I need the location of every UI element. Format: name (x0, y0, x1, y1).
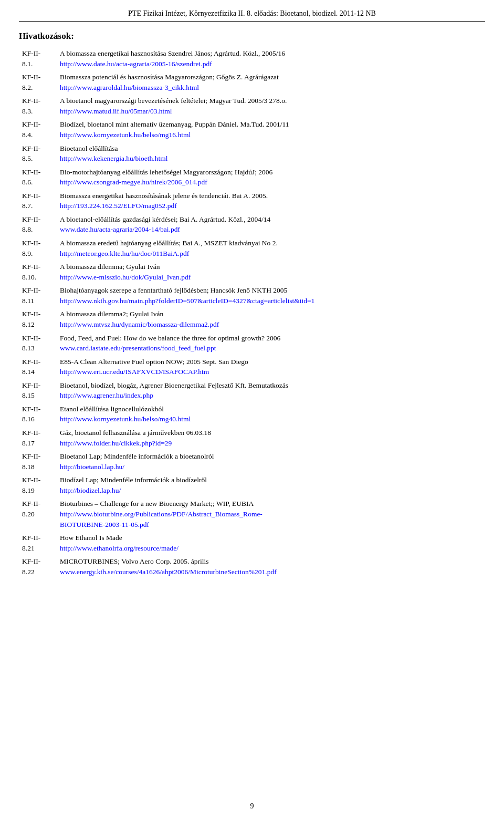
ref-id: KF-II- 8.17 (19, 426, 57, 450)
table-row: KF-II- 8.8.A bioetanol-előállítás gazdas… (19, 213, 485, 236)
ref-link[interactable]: www.date.hu/acta-agraria/2004-14/bai.pdf (60, 225, 180, 233)
table-row: KF-II- 8.5.Bioetanol előállításahttp://w… (19, 142, 485, 165)
ref-link[interactable]: www.energy.kth.se/courses/4a1626/ahpt200… (60, 568, 277, 576)
ref-id: KF-II- 8.4. (19, 118, 57, 141)
ref-id: KF-II- 8.10. (19, 260, 57, 284)
ref-id: KF-II- 8.14 (19, 355, 57, 379)
header-text: PTE Fizikai Intézet, Környezetfizika II.… (128, 9, 376, 17)
ref-id: KF-II- 8.11 (19, 284, 57, 307)
ref-content: A biomassza eredetű hajtóanyag előállítá… (57, 236, 485, 260)
ref-id: KF-II- 8.2. (19, 70, 57, 94)
ref-content: Bioetanol előállításahttp://www.kekenerg… (57, 142, 485, 165)
ref-link-cont[interactable]: &iid=1 (294, 297, 314, 305)
table-row: KF-II- 8.15Bioetanol, biodízel, biogáz, … (19, 379, 485, 402)
ref-link[interactable]: http://www.ethanolrfa.org/resource/made/ (60, 544, 178, 552)
table-row: KF-II- 8.16Etanol előállítása lignocellu… (19, 402, 485, 426)
table-row: KF-II- 8.7.Biomassza energetikai hasznos… (19, 189, 485, 213)
ref-id: KF-II- 8.22 (19, 555, 57, 578)
ref-link[interactable]: http://www.csongrad-megye.hu/hirek/2006_… (60, 178, 207, 186)
table-row: KF-II- 8.6.Bio-motorhajtóanyag előállítá… (19, 165, 485, 189)
ref-content: A bioetanol-előállítás gazdasági kérdése… (57, 213, 485, 236)
ref-id: KF-II- 8.7. (19, 189, 57, 213)
ref-content: Etanol előállítása lignocellulózokbólhtt… (57, 402, 485, 426)
ref-id: KF-II- 8.21 (19, 531, 57, 555)
ref-link-cont[interactable]: BIOTURBINE-2003-11-05.pdf (60, 521, 149, 528)
ref-link[interactable]: http://www.matud.iif.hu/05mar/03.html (60, 107, 172, 115)
ref-link[interactable]: http://www.agrener.hu/index.php (60, 391, 153, 399)
ref-content: Gáz, bioetanol felhasználása a járművekb… (57, 426, 485, 450)
ref-id: KF-II- 8.5. (19, 142, 57, 165)
table-row: KF-II- 8.11Biohajtóanyagok szerepe a fen… (19, 284, 485, 307)
ref-link[interactable]: http://www.bioturbine.org/Publications/P… (60, 510, 262, 518)
ref-content: MICROTURBINES; Volvo Aero Corp. 2005. áp… (57, 555, 485, 578)
ref-link[interactable]: http://www.kekenergia.hu/bioeth.html (60, 154, 167, 162)
ref-id: KF-II- 8.16 (19, 402, 57, 426)
ref-content: A bioetanol magyarországi bevezetésének … (57, 94, 485, 118)
ref-content: Biomassza potenciál és hasznosítása Magy… (57, 70, 485, 94)
ref-content: Biodízel, bioetanol mint alternatív üzem… (57, 118, 485, 141)
ref-id: KF-II- 8.13 (19, 331, 57, 355)
ref-link[interactable]: http://193.224.162.52/ELFO/mag052.pdf (60, 202, 177, 210)
page-wrapper: PTE Fizikai Intézet, Környezetfizika II.… (0, 0, 504, 820)
table-row: KF-II- 8.21How Ethanol Is Madehttp://www… (19, 531, 485, 555)
ref-content: Biodízel Lap; Mindenféle információk a b… (57, 473, 485, 497)
table-row: KF-II- 8.19Biodízel Lap; Mindenféle info… (19, 473, 485, 497)
table-row: KF-II- 8.13Food, Feed, and Fuel: How do … (19, 331, 485, 355)
ref-link[interactable]: http://biodizel.lap.hu/ (60, 486, 121, 494)
ref-content: Bioetanol Lap; Mindenféle információk a … (57, 450, 485, 473)
ref-link[interactable]: http://www.date.hu/acta-agraria/2005-16/… (60, 60, 212, 68)
ref-id: KF-II- 8.20 (19, 497, 57, 531)
ref-id: KF-II- 8.19 (19, 473, 57, 497)
ref-link[interactable]: http://www.nkth.gov.hu/main.php?folderID… (60, 297, 294, 305)
ref-content: E85-A Clean Alternative Fuel option NOW;… (57, 355, 485, 379)
ref-id: KF-II- 8.1. (19, 47, 57, 70)
table-row: KF-II- 8.14E85-A Clean Alternative Fuel … (19, 355, 485, 379)
ref-id: KF-II- 8.9. (19, 236, 57, 260)
ref-content: Bioturbines – Challenge for a new Bioene… (57, 497, 485, 531)
ref-id: KF-II- 8.8. (19, 213, 57, 236)
ref-content: Bio-motorhajtóanyag előállítás lehetőség… (57, 165, 485, 189)
ref-id: KF-II- 8.12 (19, 307, 57, 331)
ref-content: Biomassza energetikai hasznosításának je… (57, 189, 485, 213)
ref-link[interactable]: http://www.e-misszio.hu/dok/Gyulai_Ivan.… (60, 273, 191, 281)
ref-id: KF-II- 8.15 (19, 379, 57, 402)
table-row: KF-II- 8.1.A biomassza energetikai haszn… (19, 47, 485, 70)
ref-content: A biomassza dilemma; Gyulai Ivánhttp://w… (57, 260, 485, 284)
table-row: KF-II- 8.17Gáz, bioetanol felhasználása … (19, 426, 485, 450)
ref-content: A biomassza dilemma2; Gyulai Ivánhttp://… (57, 307, 485, 331)
references-table: KF-II- 8.1.A biomassza energetikai haszn… (19, 47, 485, 578)
ref-link[interactable]: http://bioetanol.lap.hu/ (60, 463, 124, 471)
ref-link[interactable]: http://meteor.geo.klte.hu/hu/doc/011BaiA… (60, 250, 189, 257)
ref-id: KF-II- 8.18 (19, 450, 57, 473)
table-row: KF-II- 8.9.A biomassza eredetű hajtóanya… (19, 236, 485, 260)
ref-link[interactable]: http://www.kornyezetunk.hu/belso/mg40.ht… (60, 415, 191, 423)
table-row: KF-II- 8.4.Biodízel, bioetanol mint alte… (19, 118, 485, 141)
ref-link[interactable]: http://www.kornyezetunk.hu/belso/mg16.ht… (60, 131, 191, 139)
table-row: KF-II- 8.3.A bioetanol magyarországi bev… (19, 94, 485, 118)
ref-link[interactable]: http://www.agraroldal.hu/biomassza-3_cik… (60, 84, 199, 91)
table-row: KF-II- 8.10.A biomassza dilemma; Gyulai … (19, 260, 485, 284)
ref-id: KF-II- 8.6. (19, 165, 57, 189)
ref-content: How Ethanol Is Madehttp://www.ethanolrfa… (57, 531, 485, 555)
table-row: KF-II- 8.12A biomassza dilemma2; Gyulai … (19, 307, 485, 331)
table-row: KF-II- 8.20Bioturbines – Challenge for a… (19, 497, 485, 531)
ref-link[interactable]: www.card.iastate.edu/presentations/food_… (60, 344, 216, 352)
table-row: KF-II- 8.22MICROTURBINES; Volvo Aero Cor… (19, 555, 485, 578)
table-row: KF-II- 8.18Bioetanol Lap; Mindenféle inf… (19, 450, 485, 473)
ref-content: Bioetanol, biodízel, biogáz, Agrener Bio… (57, 379, 485, 402)
section-title: Hivatkozások: (19, 31, 485, 41)
table-row: KF-II- 8.2.Biomassza potenciál és haszno… (19, 70, 485, 94)
ref-content: Food, Feed, and Fuel: How do we balance … (57, 331, 485, 355)
ref-content: Biohajtóanyagok szerepe a fenntartható f… (57, 284, 485, 307)
ref-link[interactable]: http://www.eri.ucr.edu/ISAFXVCD/ISAFOCAP… (60, 368, 209, 376)
page-number: 9 (19, 802, 485, 811)
ref-id: KF-II- 8.3. (19, 94, 57, 118)
ref-link[interactable]: http://www.mtvsz.hu/dynamic/biomassza-di… (60, 320, 219, 328)
ref-link[interactable]: http://www.folder.hu/cikkek.php?id=29 (60, 439, 172, 447)
ref-content: A biomassza energetikai hasznosítása Sze… (57, 47, 485, 70)
page-header: PTE Fizikai Intézet, Környezetfizika II.… (19, 9, 485, 22)
